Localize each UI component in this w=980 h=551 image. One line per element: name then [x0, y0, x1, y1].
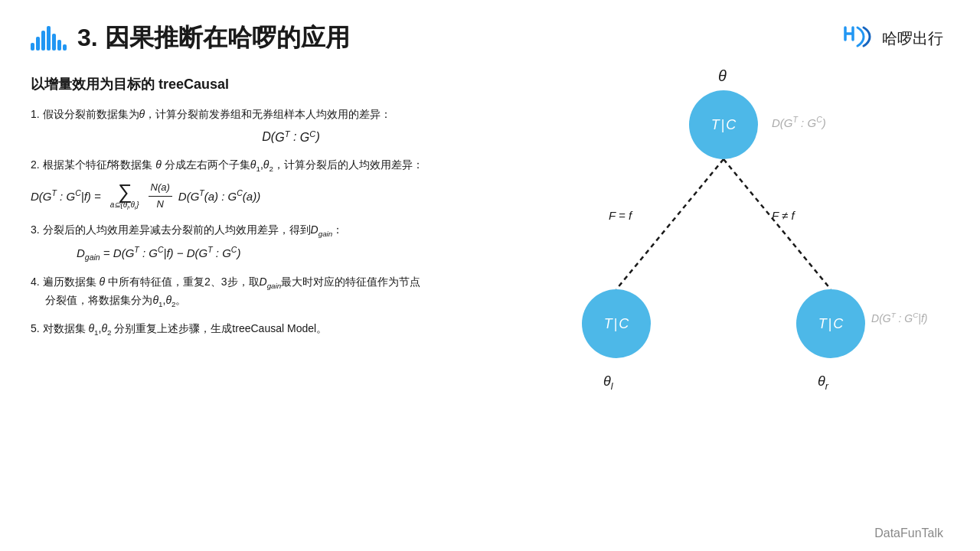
- step-4: 4. 遍历数据集 θ 中所有特征值，重复2、3步，取Dgain最大时对应的特征值…: [31, 273, 551, 311]
- main-content: 以增量效用为目标的 treeCausal 1. 假设分裂前数据集为θ，计算分裂前…: [0, 67, 980, 504]
- left-panel: 以增量效用为目标的 treeCausal 1. 假设分裂前数据集为θ，计算分裂前…: [31, 75, 551, 496]
- formula-2: D(GT : GC|f) = ∑ a⊆{θl,θr} N(a) N D(GT(a…: [31, 180, 551, 213]
- step-1-num: 1.: [31, 108, 43, 120]
- d-formula-right: D(GT : GC|f): [871, 311, 928, 324]
- step-3: 3. 分裂后的人均效用差异减去分裂前的人均效用差异，得到Dgain： Dgain…: [31, 221, 551, 263]
- tree-diagram: θ T|C D(GT : GC) F = f F ≠ f T|C: [567, 67, 919, 496]
- theta-top-label: θ: [718, 67, 727, 85]
- header-left: 3. 因果推断在哈啰的应用: [31, 21, 350, 55]
- page-title: 3. 因果推断在哈啰的应用: [77, 21, 350, 55]
- d-formula-top: D(GT : GC): [772, 115, 826, 129]
- step-5: 5. 对数据集 θ1,θ2 分别重复上述步骤，生成treeCausal Mode…: [31, 320, 551, 338]
- section-title: 以增量效用为目标的 treeCausal: [31, 75, 551, 93]
- edge-label-right: F ≠ f: [772, 209, 795, 222]
- svg-line-0: [616, 159, 724, 289]
- svg-line-1: [724, 159, 831, 289]
- right-panel: θ T|C D(GT : GC) F = f F ≠ f T|C: [567, 75, 949, 496]
- edge-label-left: F = f: [609, 209, 632, 222]
- logo: 哈啰出行: [842, 24, 943, 52]
- formula-1: D(GT : GC): [31, 127, 551, 147]
- theta-l-label: θl: [603, 373, 613, 392]
- theta-r-label: θr: [818, 373, 828, 392]
- header: 3. 因果推断在哈啰的应用 哈啰出行: [0, 0, 980, 67]
- step-2: 2. 根据某个特征f将数据集 θ 分成左右两个子集θ1,θ2，计算分裂后的人均效…: [31, 156, 551, 212]
- step-3-num: 3.: [31, 223, 43, 236]
- step-2-num: 2.: [31, 158, 43, 171]
- logo-text: 哈啰出行: [882, 28, 943, 49]
- node-top: T|C: [689, 90, 758, 159]
- step-5-num: 5.: [31, 322, 43, 334]
- steps-list: 1. 假设分裂前数据集为θ，计算分裂前发券组和无券组样本人均效用的差异： D(G…: [31, 106, 551, 338]
- step-5-text: 对数据集 θ1,θ2 分别重复上述步骤，生成treeCausal Model。: [43, 322, 328, 334]
- step-1: 1. 假设分裂前数据集为θ，计算分裂前发券组和无券组样本人均效用的差异： D(G…: [31, 106, 551, 147]
- logo-svg-icon: [842, 24, 876, 52]
- node-bottom-right: T|C: [796, 289, 865, 358]
- footer-text: DataFunTalk: [874, 527, 943, 540]
- step-2-text: 根据某个特征f将数据集 θ 分成左右两个子集θ1,θ2，计算分裂后的人均效用差异…: [43, 158, 423, 171]
- audio-icon: [31, 26, 67, 51]
- step-4-text: 遍历数据集 θ 中所有特征值，重复2、3步，取Dgain最大时对应的特征值作为节…: [31, 276, 420, 306]
- step-4-num: 4.: [31, 276, 43, 288]
- step-3-text: 分裂后的人均效用差异减去分裂前的人均效用差异，得到Dgain：: [43, 223, 344, 236]
- formula-3: Dgain = D(GT : GC|f) − D(GT : GC): [31, 243, 551, 264]
- node-bottom-left: T|C: [582, 289, 651, 358]
- step-1-text: 假设分裂前数据集为θ，计算分裂前发券组和无券组样本人均效用的差异：: [43, 108, 392, 120]
